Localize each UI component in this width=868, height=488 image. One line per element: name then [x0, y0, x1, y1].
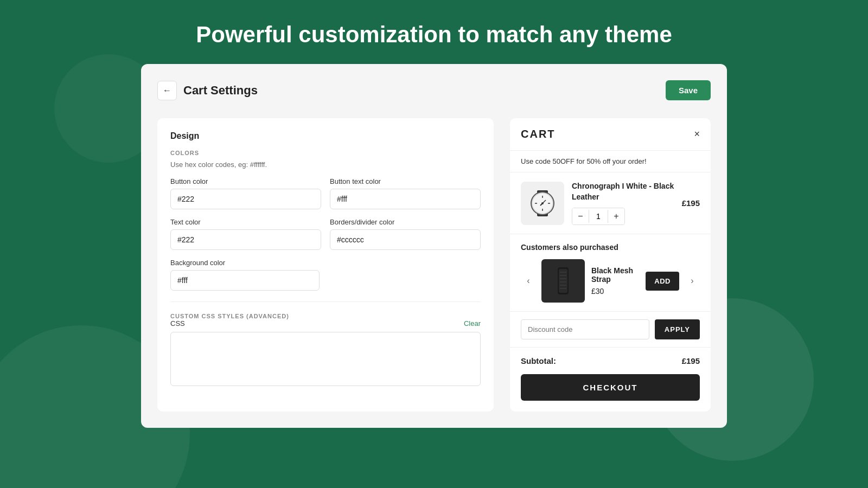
carousel-prev-button[interactable]: ‹ — [521, 273, 536, 288]
upsell-item: Black Mesh Strap £30 ADD — [541, 259, 679, 303]
upsell-carousel: ‹ — [521, 259, 700, 303]
upsell-item-name: Black Mesh Strap — [591, 266, 639, 284]
border-color-field: Borders/divider color — [330, 218, 481, 250]
border-color-label: Borders/divider color — [330, 218, 481, 226]
button-color-label: Button color — [170, 177, 321, 185]
css-field-label: CSS — [170, 319, 185, 328]
upsell-item-price: £30 — [591, 287, 639, 296]
bg-color-field: Background color — [170, 259, 481, 291]
cart-settings-title: Cart Settings — [183, 84, 258, 98]
subtotal-row: Subtotal: £195 — [510, 348, 711, 374]
checkout-button[interactable]: CHECKOUT — [521, 374, 700, 401]
color-fields-grid: Button color Button text color Text colo… — [170, 177, 481, 250]
promo-banner: Use code 50OFF for 50% off your order! — [510, 151, 711, 172]
bg-color-label: Background color — [170, 259, 481, 267]
button-text-color-field: Button text color — [330, 177, 481, 209]
cart-title: CART — [521, 128, 556, 140]
upsell-item-image — [541, 259, 585, 303]
discount-row: APPLY — [510, 312, 711, 348]
subtotal-price: £195 — [682, 356, 700, 365]
border-color-input[interactable] — [330, 229, 481, 250]
apply-button[interactable]: APPLY — [655, 319, 700, 339]
cart-item-price: £195 — [682, 198, 700, 208]
left-panel: Design COLORS Use hex color codes, eg: #… — [157, 118, 494, 412]
discount-code-input[interactable] — [521, 319, 649, 339]
close-icon[interactable]: × — [694, 129, 700, 140]
colors-label: COLORS — [170, 150, 481, 156]
save-button[interactable]: Save — [666, 80, 711, 100]
top-bar-left: ← Cart Settings — [157, 81, 258, 100]
button-color-input[interactable] — [170, 189, 321, 209]
upsell-item-info: Black Mesh Strap £30 — [591, 266, 639, 296]
main-container: ← Cart Settings Save Design COLORS Use h… — [141, 64, 727, 428]
page-title: Powerful customization to match any them… — [0, 0, 868, 48]
svg-point-11 — [541, 202, 544, 204]
button-text-color-label: Button text color — [330, 177, 481, 185]
upsell-section: Customers also purchased ‹ — [510, 234, 711, 312]
css-field-row: CSS Clear — [170, 319, 481, 328]
subtotal-label: Subtotal: — [521, 356, 556, 365]
qty-increase-button[interactable]: + — [608, 208, 624, 224]
button-color-field: Button color — [170, 177, 321, 209]
cart-item-image — [521, 182, 564, 225]
back-button[interactable]: ← — [157, 81, 177, 100]
divider — [170, 301, 481, 302]
text-color-label: Text color — [170, 218, 321, 226]
cart-header: CART × — [510, 118, 711, 151]
design-section-title: Design — [170, 131, 481, 141]
qty-value: 1 — [589, 210, 608, 223]
top-bar: ← Cart Settings Save — [157, 80, 711, 100]
bg-color-input[interactable] — [170, 270, 320, 291]
color-hint: Use hex color codes, eg: #ffffff. — [170, 160, 481, 169]
clear-link[interactable]: Clear — [464, 319, 481, 328]
carousel-next-button[interactable]: › — [685, 273, 700, 288]
cart-item: Chronograph I White - Black Leather − 1 … — [510, 172, 711, 234]
text-color-input[interactable] — [170, 229, 321, 250]
css-section-label: CUSTOM CSS STYLES (ADVANCED) — [170, 313, 481, 319]
cart-preview-panel: CART × Use code 50OFF for 50% off your o… — [510, 118, 711, 412]
content-area: Design COLORS Use hex color codes, eg: #… — [157, 118, 711, 412]
qty-decrease-button[interactable]: − — [572, 208, 589, 224]
text-color-field: Text color — [170, 218, 321, 250]
button-text-color-input[interactable] — [330, 189, 481, 209]
upsell-title: Customers also purchased — [521, 243, 700, 252]
cart-item-name: Chronograph I White - Black Leather — [572, 181, 674, 202]
quantity-control: − 1 + — [572, 208, 625, 225]
upsell-add-button[interactable]: ADD — [646, 272, 679, 291]
css-textarea[interactable] — [170, 332, 481, 386]
cart-item-info: Chronograph I White - Black Leather − 1 … — [572, 181, 674, 225]
